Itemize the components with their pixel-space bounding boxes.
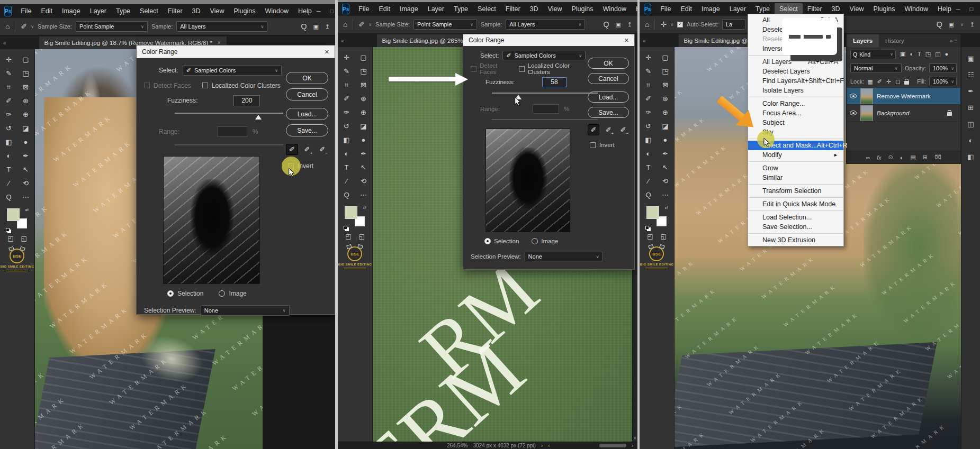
menu-select[interactable]: Select bbox=[473, 3, 501, 15]
menu-window[interactable]: Window bbox=[900, 3, 932, 15]
workspace-icon[interactable]: ▣ bbox=[615, 21, 621, 28]
healing-brush-tool-icon[interactable]: ⊛ bbox=[20, 95, 32, 107]
menu-view[interactable]: View bbox=[205, 5, 229, 17]
move-tool-icon[interactable]: ✛ bbox=[660, 20, 667, 29]
color-swatches[interactable]: ⇄ bbox=[646, 206, 668, 227]
invert-checkbox[interactable] bbox=[590, 142, 596, 148]
minimize-button[interactable]: ─ bbox=[956, 6, 960, 12]
save-button[interactable]: Save... bbox=[588, 107, 629, 118]
edit-toolbar-icon-icon[interactable]: ⋯ bbox=[659, 189, 672, 201]
sample-size-select[interactable]: Point Sample ∨ bbox=[76, 21, 148, 32]
localized-clusters-checkbox[interactable] bbox=[519, 66, 525, 72]
menu-item-focus-area[interactable]: Focus Area... bbox=[748, 108, 843, 118]
lock-position-icon[interactable]: ✛ bbox=[886, 78, 891, 85]
sample-eyedropper-icon[interactable]: ✐ bbox=[286, 144, 298, 155]
selection-radio[interactable] bbox=[167, 290, 174, 297]
frame-tool-icon[interactable]: ⊠ bbox=[357, 79, 370, 91]
menu-help[interactable]: Help bbox=[933, 3, 956, 15]
eyedropper-tool-icon[interactable]: ✐ bbox=[3, 95, 15, 107]
line-tool-icon[interactable]: ∕ bbox=[340, 175, 353, 187]
zoom-level[interactable]: 264.54% bbox=[447, 443, 467, 448]
menu-item-save-selection[interactable]: Save Selection... bbox=[748, 222, 843, 232]
gradient-tool-icon[interactable]: ◧ bbox=[642, 134, 655, 146]
dodge-tool-icon[interactable]: ◐ bbox=[642, 148, 655, 160]
menu-edit[interactable]: Edit bbox=[676, 3, 697, 15]
gradients-panel-icon[interactable]: ◧ bbox=[967, 153, 974, 161]
adjustment-layer-icon[interactable]: ◐ bbox=[900, 154, 904, 161]
fill-select[interactable]: 100% ∨ bbox=[929, 77, 957, 86]
menu-item-modify[interactable]: Modify► bbox=[748, 150, 843, 160]
chevron-down-icon[interactable]: ∨ bbox=[960, 22, 964, 27]
menu-type[interactable]: Type bbox=[751, 3, 775, 15]
layer-mask-icon[interactable]: ⊙ bbox=[888, 154, 893, 161]
menu-item-edit-in-quick-mask-mode[interactable]: Edit in Quick Mask Mode bbox=[748, 199, 843, 209]
lock-paint-icon[interactable]: ✐ bbox=[877, 78, 882, 85]
foreground-color-swatch[interactable] bbox=[345, 206, 357, 219]
minimize-button[interactable]: ─ bbox=[317, 8, 321, 14]
menu-filter[interactable]: Filter bbox=[803, 3, 827, 15]
history-brush-tool-icon[interactable]: ↺ bbox=[3, 122, 15, 134]
menu-select[interactable]: Select bbox=[135, 5, 163, 17]
clone-stamp-tool-icon[interactable]: ⊕ bbox=[357, 106, 370, 118]
menu-edit[interactable]: Edit bbox=[36, 5, 57, 17]
panel-menu-icon[interactable]: » ≡ bbox=[950, 38, 960, 44]
collapse-panels-icon[interactable]: « bbox=[0, 40, 11, 49]
search-icon[interactable]: Q bbox=[301, 22, 307, 31]
eraser-tool-icon[interactable]: ◪ bbox=[659, 120, 672, 132]
home-icon[interactable]: ⌂ bbox=[5, 22, 10, 31]
scrollbar-thumb[interactable] bbox=[599, 444, 626, 447]
sample-select[interactable]: All Layers ∨ bbox=[176, 21, 267, 32]
menu-edit[interactable]: Edit bbox=[374, 3, 395, 15]
tab-history[interactable]: History bbox=[879, 34, 911, 47]
load-button[interactable]: Load... bbox=[286, 108, 328, 120]
path-select-tool-icon[interactable]: ↖ bbox=[659, 161, 672, 173]
eraser-tool-icon[interactable]: ◪ bbox=[357, 120, 370, 132]
blur-tool-icon[interactable]: ● bbox=[659, 134, 672, 146]
default-colors-icon[interactable] bbox=[6, 228, 10, 232]
menu-select[interactable]: Select bbox=[775, 3, 803, 15]
chevron-down-icon[interactable]: ∨ bbox=[368, 22, 372, 27]
foreground-color-swatch[interactable] bbox=[646, 206, 659, 219]
filter-smart-objects-icon[interactable]: ◫ bbox=[935, 51, 940, 58]
menu-type[interactable]: Type bbox=[449, 3, 473, 15]
path-select-tool-icon[interactable]: ↖ bbox=[357, 161, 370, 173]
menu-item-load-selection[interactable]: Load Selection... bbox=[748, 213, 843, 222]
delete-layer-icon[interactable]: ⌧ bbox=[934, 154, 941, 161]
menu-image[interactable]: Image bbox=[57, 5, 85, 17]
menu-item-color-range[interactable]: Color Range... bbox=[748, 99, 843, 108]
home-icon[interactable]: ⌂ bbox=[645, 20, 649, 29]
subtract-sample-eyedropper-icon[interactable]: ✐− bbox=[617, 124, 629, 135]
save-button[interactable]: Save... bbox=[286, 124, 328, 136]
menu-plugins[interactable]: Plugins bbox=[567, 3, 598, 15]
menu-file[interactable]: File bbox=[354, 3, 374, 15]
fuzziness-slider[interactable] bbox=[492, 93, 598, 99]
menu-window[interactable]: Window bbox=[598, 3, 631, 15]
blend-mode-select[interactable]: Normal ∨ bbox=[850, 63, 902, 73]
layer-thumbnail[interactable] bbox=[860, 105, 873, 121]
pen-tool-icon[interactable]: ✒ bbox=[659, 148, 672, 160]
swap-colors-icon[interactable]: ⇄ bbox=[665, 205, 669, 210]
menu-filter[interactable]: Filter bbox=[501, 3, 525, 15]
screen-mode-icon[interactable]: ◱ bbox=[661, 233, 667, 240]
collapse-panels-icon[interactable]: « bbox=[338, 38, 348, 47]
adjustments-panel-icon[interactable]: ◐ bbox=[969, 136, 973, 144]
frame-tool-icon[interactable]: ⊠ bbox=[20, 81, 32, 93]
rotate-view-tool-icon[interactable]: ⟲ bbox=[659, 175, 672, 187]
type-tool-icon[interactable]: T bbox=[642, 161, 655, 173]
pen-tool-icon[interactable]: ✒ bbox=[20, 150, 32, 162]
dialog-close-icon[interactable]: ✕ bbox=[325, 49, 329, 56]
lasso-tool-icon[interactable]: ✎ bbox=[642, 65, 655, 77]
chevron-down-icon[interactable]: ∨ bbox=[670, 22, 673, 27]
select-dropdown[interactable]: ✐ Sampled Colors ∨ bbox=[183, 65, 282, 76]
rotate-view-tool-icon[interactable]: ⟲ bbox=[20, 177, 32, 189]
layer-thumbnail[interactable] bbox=[860, 88, 873, 104]
eyedropper-tool-icon[interactable]: ✐ bbox=[340, 93, 353, 105]
filter-adjustment-layers-icon[interactable]: ◐ bbox=[910, 51, 913, 58]
menu-plugins[interactable]: Plugins bbox=[229, 5, 260, 17]
selection-preview-dropdown[interactable]: None ∨ bbox=[201, 305, 290, 316]
share-icon[interactable]: ↥ bbox=[627, 21, 632, 28]
detect-faces-checkbox[interactable] bbox=[471, 66, 476, 72]
filter-pixel-layers-icon[interactable]: ▣ bbox=[900, 51, 905, 58]
line-tool-icon[interactable]: ∕ bbox=[3, 177, 15, 189]
share-icon[interactable]: ↥ bbox=[970, 21, 975, 28]
